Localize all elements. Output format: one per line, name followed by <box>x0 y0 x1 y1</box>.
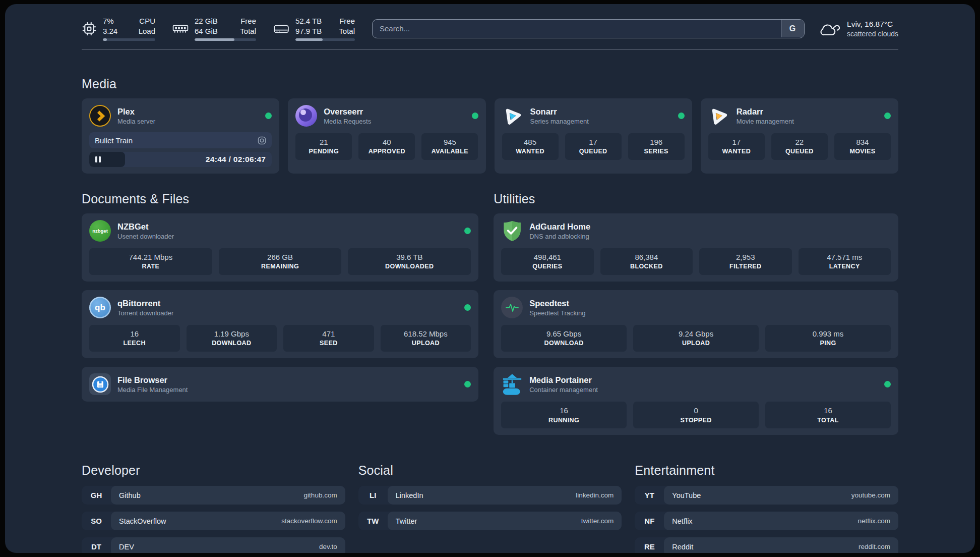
stat-tile: 498,461QUERIES <box>501 248 593 275</box>
bookmark-netflix[interactable]: NF Netflix netflix.com <box>635 512 898 530</box>
qbittorrent-card[interactable]: qb qBittorrent Torrent downloader 16LEEC… <box>82 290 478 358</box>
session-info-icon[interactable] <box>258 136 266 145</box>
memory-stat: 22 GiB 64 GiB Free Total <box>172 16 256 41</box>
stat-tile: 9.24 GbpsUPLOAD <box>633 325 759 352</box>
bookmark-url: reddit.com <box>859 543 890 550</box>
speedtest-icon <box>501 297 523 318</box>
speedtest-card[interactable]: Speedtest Speedtest Tracking 9.65 GbpsDO… <box>494 290 898 358</box>
adguard-card[interactable]: AdGuard Home DNS and adblocking 498,461Q… <box>494 213 898 282</box>
sonarr-title: Sonarr <box>530 106 589 117</box>
plex-subtitle: Media server <box>117 118 155 125</box>
weather-widget: Lviv, 16.87°C scattered clouds <box>819 20 898 38</box>
disk-icon <box>273 22 289 35</box>
sonarr-subtitle: Series management <box>530 118 589 125</box>
stat-tile: 471SEED <box>283 325 374 352</box>
bookmark-name: StackOverflow <box>119 517 166 525</box>
entertainment-heading: Entertainment <box>635 463 898 478</box>
cpu-icon <box>82 21 97 36</box>
stat-tile: 834MOVIES <box>834 133 891 160</box>
stat-tile: 17WANTED <box>708 133 765 160</box>
bookmark-github[interactable]: GH Github github.com <box>82 486 345 505</box>
bookmark-youtube[interactable]: YT YouTube youtube.com <box>635 486 898 505</box>
radarr-status-dot <box>884 113 891 119</box>
disk-label2: Total <box>339 26 355 36</box>
overseerr-card[interactable]: Overseerr Media Requests 21PENDING 40APP… <box>288 98 485 174</box>
bookmark-reddit[interactable]: RE Reddit reddit.com <box>635 537 898 553</box>
cpu-loadavg: 3.24 <box>103 26 117 36</box>
nzbget-card[interactable]: nzbget NZBGet Usenet downloader 744.21 M… <box>82 213 478 282</box>
bookmark-abbr: RE <box>635 537 664 553</box>
filebrowser-icon <box>89 373 111 395</box>
stat-tile: 0STOPPED <box>633 402 759 428</box>
cpu-label2: Load <box>139 26 155 36</box>
qbittorrent-status-dot <box>464 304 471 311</box>
qbittorrent-subtitle: Torrent downloader <box>117 309 173 317</box>
bookmark-stackoverflow[interactable]: SO StackOverflow stackoverflow.com <box>82 512 345 530</box>
nzbget-status-dot <box>464 228 471 234</box>
utilities-column: Utilities AdGuard Home <box>494 192 898 435</box>
plex-icon <box>89 105 111 127</box>
radarr-subtitle: Movie management <box>737 118 794 125</box>
filebrowser-card[interactable]: File Browser Media File Management <box>82 367 478 402</box>
playback-progress-bar[interactable]: 24:44 / 02:06:47 <box>89 152 272 167</box>
bookmark-abbr: DT <box>82 537 111 553</box>
playback-progress-fill <box>89 152 125 167</box>
qbittorrent-title: qBittorrent <box>117 298 173 309</box>
stat-tile: 0.993 msPING <box>765 325 891 352</box>
cpu-usage-bar <box>103 38 155 41</box>
bookmark-twitter[interactable]: TW Twitter twitter.com <box>358 512 622 530</box>
radarr-card[interactable]: Radarr Movie management 17WANTED 22QUEUE… <box>701 98 898 174</box>
topbar: 7% 3.24 CPU Load <box>82 16 898 41</box>
developer-heading: Developer <box>82 463 345 478</box>
topbar-divider <box>82 49 898 49</box>
bookmark-dev[interactable]: DT DEV dev.to <box>82 537 345 553</box>
overseerr-icon <box>295 105 317 127</box>
social-heading: Social <box>358 463 622 478</box>
stat-tile: 485WANTED <box>502 133 559 160</box>
search: G <box>372 19 805 38</box>
bookmark-abbr: SO <box>82 512 111 530</box>
overseerr-status-dot <box>472 113 478 119</box>
stat-tile: 618.52 MbpsUPLOAD <box>381 325 471 352</box>
disk-label: Free <box>339 16 355 26</box>
stat-tile: 945AVAILABLE <box>421 133 478 160</box>
stat-tile: 9.65 GbpsDOWNLOAD <box>501 325 627 352</box>
radarr-title: Radarr <box>737 106 794 117</box>
bookmark-abbr: YT <box>635 486 664 505</box>
adguard-title: AdGuard Home <box>529 221 590 232</box>
nzbget-subtitle: Usenet downloader <box>117 233 174 240</box>
plex-card[interactable]: Plex Media server Bullet Train 24:44 / 0… <box>82 98 279 174</box>
documents-section-heading: Documents & Files <box>82 192 478 206</box>
now-playing-bar: Bullet Train <box>89 132 272 148</box>
media-section-heading: Media <box>82 77 898 91</box>
stat-tile: 266 GBREMAINING <box>219 248 342 275</box>
cpu-percent: 7% <box>103 16 117 26</box>
weather-location: Lviv, 16.87°C <box>847 20 898 29</box>
cpu-label: CPU <box>139 16 155 26</box>
bookmark-name: Github <box>119 491 141 499</box>
bookmark-abbr: NF <box>635 512 664 530</box>
developer-section: Developer GH Github github.com SO StackO… <box>82 463 345 553</box>
memory-label: Free <box>240 16 256 26</box>
bookmark-url: dev.to <box>319 543 337 550</box>
search-input[interactable] <box>372 19 805 38</box>
sonarr-card[interactable]: Sonarr Series management 485WANTED 17QUE… <box>495 98 692 174</box>
pause-button[interactable] <box>95 156 101 162</box>
adguard-subtitle: DNS and adblocking <box>529 233 590 240</box>
bookmark-name: Twitter <box>396 517 417 525</box>
stat-tile: 744.21 MbpsRATE <box>89 248 212 275</box>
system-stats: 7% 3.24 CPU Load <box>82 16 355 41</box>
portainer-icon <box>501 373 523 395</box>
search-provider-button[interactable]: G <box>781 20 804 37</box>
bookmark-name: DEV <box>119 543 134 551</box>
bookmark-name: Reddit <box>672 543 693 551</box>
bookmark-name: Netflix <box>672 517 692 525</box>
portainer-card[interactable]: Media Portainer Container management 16R… <box>494 367 898 435</box>
filebrowser-title: File Browser <box>117 375 188 385</box>
media-card-row: Plex Media server Bullet Train 24:44 / 0… <box>82 98 898 174</box>
cloud-icon <box>819 21 840 37</box>
documents-column: Documents & Files nzbget NZBGet Usenet d… <box>82 192 478 402</box>
memory-free: 22 GiB <box>195 16 218 26</box>
ram-icon <box>172 23 189 35</box>
bookmark-linkedin[interactable]: LI LinkedIn linkedin.com <box>358 486 622 505</box>
